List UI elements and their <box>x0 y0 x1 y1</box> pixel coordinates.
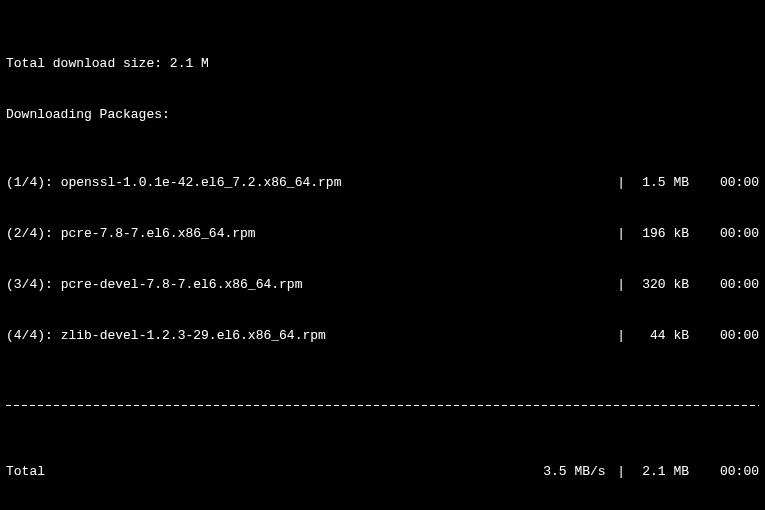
download-time: 00:00 <box>689 174 759 191</box>
download-size: 1.5 MB <box>629 174 689 191</box>
total-row: Total 3.5 MB/s | 2.1 MB 00:00 <box>6 463 759 480</box>
pipe-separator: | <box>617 174 625 191</box>
download-row: (2/4): pcre-7.8-7.el6.x86_64.rpm | 196 k… <box>6 225 759 242</box>
total-label: Total <box>6 463 543 480</box>
download-index: (1/4): <box>6 174 53 191</box>
terminal-output[interactable]: Total download size: 2.1 M Downloading P… <box>0 0 765 510</box>
download-name: openssl-1.0.1e-42.el6_7.2.x86_64.rpm <box>61 174 614 191</box>
total-rate: 3.5 MB/s <box>543 463 613 480</box>
download-row: (1/4): openssl-1.0.1e-42.el6_7.2.x86_64.… <box>6 174 759 191</box>
total-size: 2.1 MB <box>629 463 689 480</box>
total-download-size: Total download size: 2.1 M <box>6 55 759 72</box>
total-time: 00:00 <box>689 463 759 480</box>
separator-line <box>6 395 759 412</box>
downloading-packages-heading: Downloading Packages: <box>6 106 759 123</box>
download-row: (4/4): zlib-devel-1.2.3-29.el6.x86_64.rp… <box>6 327 759 344</box>
download-row: (3/4): pcre-devel-7.8-7.el6.x86_64.rpm |… <box>6 276 759 293</box>
